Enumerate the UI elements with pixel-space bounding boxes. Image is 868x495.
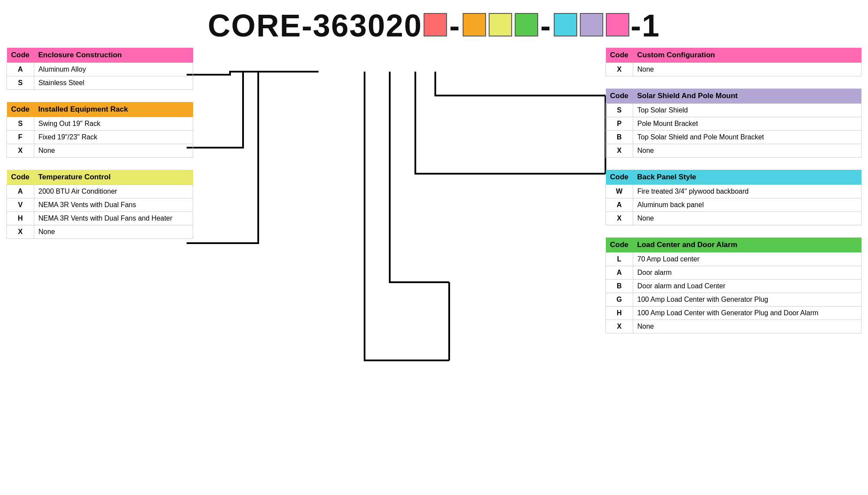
table-row: S Top Solar Shield [606,104,861,117]
color-box-orange [463,13,486,36]
solar-table: Code Solar Shield And Pole Mount S Top S… [605,89,861,158]
desc-cell: NEMA 3R Vents with Dual Fans and Heater [34,212,193,225]
temp-code-header: Code [7,170,34,185]
enclosure-table: Code Enclosure Construction A Aluminum A… [7,48,193,90]
desc-cell: None [633,212,861,225]
rack-title-header: Installed Equipment Rack [34,102,193,117]
desc-cell: Door alarm and Load Center [633,280,861,293]
table-row: X None [606,144,861,158]
right-panel: Code Custom Configuration X None Code So… [605,48,861,346]
desc-cell: None [633,320,861,333]
table-row: P Pole Mount Bracket [606,117,861,131]
desc-cell: Fixed 19"/23" Rack [34,131,193,144]
page-header: CORE-363020 - - -1 [0,0,868,48]
table-row: X None [606,212,861,225]
desc-cell: Swing Out 19" Rack [34,117,193,131]
dash1: - [449,8,460,43]
code-cell: X [606,212,633,225]
code-cell: P [606,117,633,131]
color-box-yellow [489,13,512,36]
code-cell: A [7,185,34,198]
table-row: A Aluminum Alloy [7,63,193,76]
table-row: X None [606,320,861,333]
left-panel: Code Enclosure Construction A Aluminum A… [7,48,193,251]
table-row: S Swing Out 19" Rack [7,117,193,131]
code-cell: X [606,63,633,76]
desc-cell: Aluminum back panel [633,198,861,212]
code-cell: F [7,131,34,144]
rack-table: Code Installed Equipment Rack S Swing Ou… [7,102,193,158]
code-cell: S [606,104,633,117]
solar-title-header: Solar Shield And Pole Mount [633,89,861,104]
rack-code-header: Code [7,102,34,117]
desc-cell: Top Solar Shield [633,104,861,117]
desc-cell: None [633,144,861,158]
desc-cell: 100 Amp Load Center with Generator Plug … [633,307,861,320]
dash2: - [540,8,552,43]
code-cell: X [7,225,34,239]
color-box-magenta [606,13,629,36]
temp-title-header: Temperature Control [34,170,193,185]
table-row: V NEMA 3R Vents with Dual Fans [7,198,193,212]
code-cell: A [7,63,34,76]
table-row: A Aluminum back panel [606,198,861,212]
table-row: S Stainless Steel [7,76,193,90]
code-cell: S [7,117,34,131]
desc-cell: Aluminum Alloy [34,63,193,76]
code-cell: X [7,144,34,158]
table-row: F Fixed 19"/23" Rack [7,131,193,144]
model-text: CORE-363020 [208,8,422,43]
table-row: B Door alarm and Load Center [606,280,861,293]
backpanel-table: Code Back Panel Style W Fire treated 3/4… [605,170,861,225]
table-row: X None [606,63,861,76]
color-box-pink [424,13,447,36]
model-suffix: -1 [631,8,660,43]
solar-code-header: Code [606,89,633,104]
loadcenter-code-header: Code [606,238,633,253]
desc-cell: Top Solar Shield and Pole Mount Bracket [633,131,861,144]
table-row: G 100 Amp Load Center with Generator Plu… [606,293,861,307]
code-cell: B [606,131,633,144]
desc-cell: 2000 BTU Air Conditioner [34,185,193,198]
code-cell: B [606,280,633,293]
code-cell: X [606,320,633,333]
desc-cell: Door alarm [633,266,861,280]
enclosure-code-header: Code [7,48,34,63]
loadcenter-table: Code Load Center and Door Alarm L 70 Amp… [605,238,861,333]
custom-table: Code Custom Configuration X None [605,48,861,76]
desc-cell: NEMA 3R Vents with Dual Fans [34,198,193,212]
desc-cell: None [34,225,193,239]
main-content: Code Enclosure Construction A Aluminum A… [0,48,868,495]
table-row: B Top Solar Shield and Pole Mount Bracke… [606,131,861,144]
desc-cell: 100 Amp Load Center with Generator Plug [633,293,861,307]
code-cell: W [606,185,633,198]
enclosure-title-header: Enclosure Construction [34,48,193,63]
code-cell: H [606,307,633,320]
color-box-green [515,13,538,36]
backpanel-title-header: Back Panel Style [633,170,861,185]
table-row: H 100 Amp Load Center with Generator Plu… [606,307,861,320]
custom-title-header: Custom Configuration [633,48,861,63]
code-cell: G [606,293,633,307]
desc-cell: Pole Mount Bracket [633,117,861,131]
custom-code-header: Code [606,48,633,63]
desc-cell: None [633,63,861,76]
code-cell: L [606,253,633,266]
temperature-table: Code Temperature Control A 2000 BTU Air … [7,170,193,239]
table-row: X None [7,144,193,158]
color-box-purple [580,13,603,36]
table-row: H NEMA 3R Vents with Dual Fans and Heate… [7,212,193,225]
code-cell: S [7,76,34,90]
desc-cell: 70 Amp Load center [633,253,861,266]
loadcenter-title-header: Load Center and Door Alarm [633,238,861,253]
desc-cell: None [34,144,193,158]
table-row: X None [7,225,193,239]
desc-cell: Stainless Steel [34,76,193,90]
code-cell: A [606,198,633,212]
code-cell: H [7,212,34,225]
table-row: W Fire treated 3/4" plywood backboard [606,185,861,198]
code-cell: V [7,198,34,212]
backpanel-code-header: Code [606,170,633,185]
desc-cell: Fire treated 3/4" plywood backboard [633,185,861,198]
color-box-cyan [554,13,577,36]
